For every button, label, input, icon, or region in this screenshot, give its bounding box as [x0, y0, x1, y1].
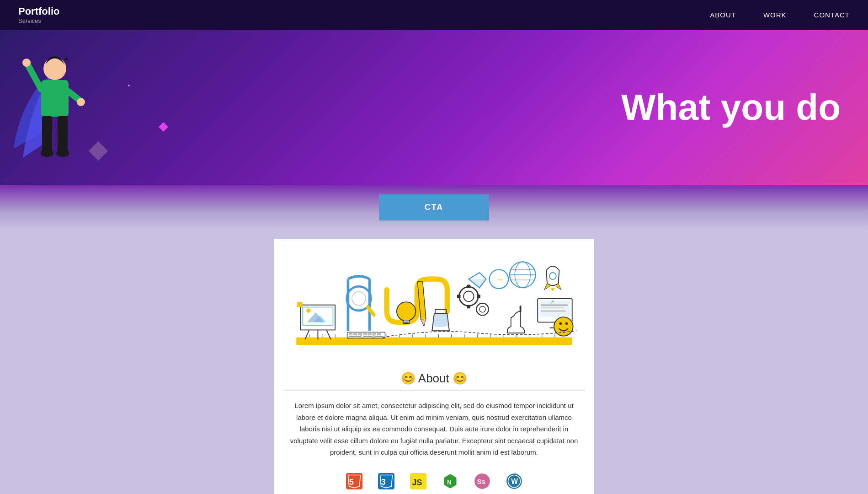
- svg-rect-10: [296, 337, 572, 345]
- js-icon: JS: [409, 472, 427, 490]
- hero-illustration: [9, 39, 155, 185]
- svg-text:JS: JS: [412, 478, 422, 487]
- svg-marker-49: [421, 319, 426, 327]
- svg-point-50: [459, 287, 478, 306]
- hero-section: What you do: [0, 30, 868, 185]
- svg-rect-81: [349, 333, 352, 335]
- main-content: →: [0, 230, 868, 494]
- svg-rect-92: [297, 302, 302, 307]
- svg-rect-88: [349, 337, 361, 338]
- card-divider: [283, 390, 585, 391]
- nav-links: ABOUT WORK CONTACT: [710, 11, 850, 19]
- svg-text:Ss: Ss: [477, 478, 485, 485]
- about-body-text: Lorem ipsum dolor sit amet, consectetur …: [274, 400, 594, 467]
- nodejs-icon: N: [441, 472, 459, 490]
- svg-point-44: [396, 302, 415, 321]
- svg-point-8: [41, 150, 53, 157]
- sass-icon: Ss: [473, 472, 491, 490]
- svg-line-2: [27, 64, 41, 89]
- svg-point-56: [476, 303, 488, 315]
- svg-rect-55: [477, 295, 480, 298]
- about-heading-text: About: [418, 371, 449, 385]
- svg-rect-83: [358, 333, 362, 335]
- svg-point-51: [463, 291, 474, 302]
- svg-point-67: [549, 273, 556, 279]
- svg-rect-69: [540, 301, 570, 317]
- svg-rect-89: [363, 337, 373, 338]
- services-svg: →: [283, 252, 585, 353]
- services-illustration: →: [274, 239, 594, 362]
- cta-button[interactable]: CTA: [379, 194, 490, 220]
- svg-rect-7: [58, 116, 68, 152]
- tech-icons-row: 5 3 JS: [274, 467, 594, 494]
- svg-rect-53: [467, 305, 470, 309]
- brand-subtitle: Services: [18, 17, 59, 24]
- svg-rect-6: [42, 116, 52, 152]
- svg-rect-84: [363, 333, 367, 335]
- nav-about-link[interactable]: ABOUT: [710, 11, 736, 19]
- svg-point-79: [565, 322, 568, 325]
- svg-point-9: [56, 150, 69, 157]
- brand-title: Portfolio: [18, 5, 59, 17]
- cta-section: CTA: [0, 185, 868, 230]
- smiley-right-icon: 😊: [453, 371, 467, 385]
- about-card: →: [274, 239, 594, 494]
- svg-rect-86: [373, 333, 376, 335]
- diamond-deco-2: [159, 122, 168, 132]
- svg-rect-0: [41, 80, 69, 117]
- html5-icon: 5: [345, 472, 363, 490]
- svg-point-42: [351, 291, 365, 305]
- nav-work-link[interactable]: WORK: [763, 11, 787, 19]
- svg-rect-85: [367, 333, 371, 335]
- svg-rect-45: [403, 320, 409, 324]
- smiley-left-icon: 😊: [401, 371, 415, 385]
- svg-point-78: [559, 322, 562, 325]
- svg-point-35: [306, 308, 310, 312]
- svg-point-5: [77, 98, 85, 106]
- navbar: Portfolio Services ABOUT WORK CONTACT: [0, 0, 868, 30]
- hero-headline: What you do: [621, 86, 841, 129]
- superhero-svg: [9, 39, 101, 176]
- wordpress-icon: W: [505, 472, 523, 490]
- svg-point-57: [479, 306, 485, 312]
- svg-point-3: [22, 59, 31, 67]
- svg-rect-87: [377, 333, 381, 335]
- svg-point-1: [43, 57, 66, 80]
- brand: Portfolio Services: [18, 5, 59, 24]
- svg-rect-82: [353, 333, 357, 335]
- svg-text:5: 5: [349, 477, 353, 486]
- nav-contact-link[interactable]: CONTACT: [814, 11, 850, 19]
- css3-icon: 3: [377, 472, 395, 490]
- svg-rect-90: [374, 337, 383, 338]
- svg-rect-54: [457, 295, 460, 298]
- svg-rect-52: [467, 285, 470, 288]
- svg-text:→: →: [495, 274, 504, 284]
- svg-text:↗: ↗: [549, 299, 554, 305]
- svg-text:W: W: [511, 477, 518, 485]
- about-heading: 😊 About 😊: [274, 362, 594, 390]
- svg-text:N: N: [447, 479, 451, 485]
- svg-text:3: 3: [381, 477, 385, 486]
